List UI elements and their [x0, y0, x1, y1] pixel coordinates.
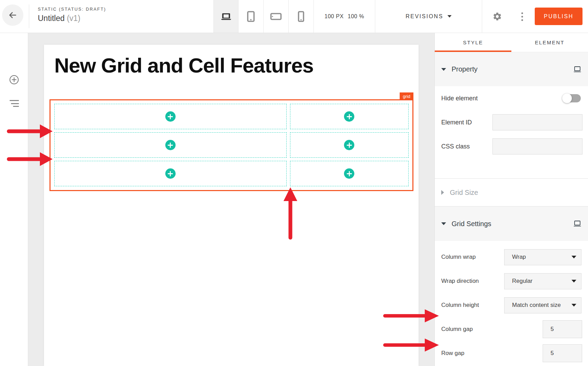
grid-cell[interactable] — [290, 132, 409, 158]
expand-arrow-icon — [441, 190, 444, 195]
grid-element[interactable]: grid — [49, 99, 413, 191]
tab-style[interactable]: STYLE — [435, 33, 511, 52]
column-height-value: Match content size — [512, 302, 561, 309]
hide-element-row: Hide element — [435, 86, 588, 110]
gear-icon — [492, 12, 502, 21]
revisions-label: REVISIONS — [406, 13, 443, 20]
grid-cell[interactable] — [290, 104, 409, 129]
laptop-icon — [220, 11, 232, 22]
toggle-knob — [562, 93, 572, 103]
chevron-down-icon — [572, 280, 576, 282]
editor-left-sidebar — [0, 33, 28, 366]
chevron-down-icon — [572, 304, 576, 307]
wrap-direction-label: Wrap direction — [441, 278, 479, 285]
style-panel: STYLE ELEMENT Property Hide element Elem… — [434, 33, 588, 366]
publish-button[interactable]: PUBLISH — [535, 8, 583, 25]
layers-list-icon — [10, 100, 19, 101]
plus-icon — [168, 171, 173, 176]
back-button[interactable] — [2, 4, 23, 26]
add-content-button[interactable] — [165, 168, 176, 179]
tablet-landscape-icon — [270, 13, 282, 20]
page-title: New Grid and Cell Features — [54, 54, 313, 77]
panel-tabs: STYLE ELEMENT — [435, 33, 588, 52]
plus-icon — [347, 143, 352, 148]
column-gap-input[interactable] — [543, 320, 582, 338]
kebab-dot — [521, 16, 523, 18]
document-status: STATIC (STATUS: DRAFT) — [38, 7, 106, 12]
element-id-label: Element ID — [441, 119, 472, 126]
add-content-button[interactable] — [165, 140, 176, 150]
property-section-header[interactable]: Property — [435, 52, 588, 86]
css-class-row: CSS class — [435, 134, 588, 158]
device-preview-switcher — [213, 0, 314, 33]
chevron-down-icon — [572, 256, 576, 258]
layers-button[interactable] — [10, 100, 19, 107]
column-wrap-label: Column wrap — [441, 254, 476, 260]
css-class-input[interactable] — [492, 138, 583, 155]
add-content-button[interactable] — [344, 111, 354, 122]
grid-cell[interactable] — [54, 104, 287, 129]
property-section-title: Property — [452, 65, 573, 73]
device-tablet-landscape-button[interactable] — [264, 0, 289, 33]
document-meta: STATIC (STATUS: DRAFT) Untitled (v1) — [38, 7, 106, 23]
device-laptop-button[interactable] — [213, 0, 238, 33]
device-scope-laptop-icon[interactable] — [573, 220, 581, 227]
tablet-portrait-icon — [246, 11, 256, 22]
grid-settings-section-title: Grid Settings — [452, 220, 573, 228]
tab-element[interactable]: ELEMENT — [511, 33, 588, 52]
settings-button[interactable] — [489, 11, 505, 22]
device-phone-button[interactable] — [289, 0, 314, 33]
add-content-button[interactable] — [344, 168, 354, 179]
add-element-button[interactable] — [9, 75, 19, 85]
revisions-dropdown[interactable]: REVISIONS — [375, 0, 482, 33]
grid-size-section-title: Grid Size — [450, 189, 478, 197]
viewport-width-value: 100 PX — [324, 13, 343, 20]
plus-icon — [168, 143, 173, 148]
top-toolbar: STATIC (STATUS: DRAFT) Untitled (v1) 100… — [0, 0, 588, 33]
plus-icon — [168, 114, 173, 119]
element-id-row: Element ID — [435, 110, 588, 134]
element-id-input[interactable] — [492, 114, 583, 131]
app-window: STATIC (STATUS: DRAFT) Untitled (v1) 100… — [0, 0, 588, 366]
collapse-arrow-icon — [441, 222, 446, 225]
row-gap-input[interactable] — [543, 344, 582, 362]
document-version: (v1) — [67, 14, 80, 23]
collapse-arrow-icon — [441, 68, 446, 71]
kebab-dot — [521, 19, 523, 21]
hide-element-toggle[interactable] — [563, 94, 581, 102]
wrap-direction-row: Wrap direction Regular — [435, 269, 588, 293]
add-content-button[interactable] — [344, 140, 354, 150]
column-gap-label: Column gap — [441, 326, 473, 333]
column-height-label: Column height — [441, 302, 479, 309]
device-tablet-button[interactable] — [238, 0, 264, 33]
viewport-zoom-value: 100 % — [348, 13, 364, 20]
column-wrap-select[interactable]: Wrap — [504, 249, 581, 265]
device-scope-laptop-icon[interactable] — [573, 66, 581, 73]
add-content-button[interactable] — [165, 111, 176, 122]
more-options-button[interactable] — [517, 9, 527, 24]
column-height-row: Column height Match content size — [435, 293, 588, 317]
css-class-label: CSS class — [441, 143, 470, 150]
grid-cell[interactable] — [54, 161, 287, 186]
editor-canvas: New Grid and Cell Features grid — [28, 33, 434, 366]
arrow-left-icon — [8, 10, 18, 20]
grid-size-section-header[interactable]: Grid Size — [435, 178, 588, 207]
grid-cell[interactable] — [290, 161, 409, 186]
plus-icon — [347, 171, 352, 176]
column-height-select[interactable]: Match content size — [504, 297, 581, 313]
hide-element-label: Hide element — [441, 95, 478, 102]
wrap-direction-value: Regular — [512, 278, 533, 285]
page-preview[interactable]: New Grid and Cell Features grid — [44, 45, 419, 366]
grid-cell[interactable] — [54, 132, 287, 158]
plus-icon — [347, 114, 352, 119]
grid-settings-section-header[interactable]: Grid Settings — [435, 207, 588, 241]
column-wrap-value: Wrap — [512, 254, 526, 260]
document-title-text: Untitled — [38, 14, 65, 23]
chevron-down-icon — [447, 15, 452, 18]
viewport-zoom-readout: 100 PX 100 % — [314, 0, 375, 33]
column-gap-row: Column gap — [435, 317, 588, 341]
phone-icon — [297, 11, 305, 22]
grid-cells — [51, 100, 412, 190]
column-wrap-row: Column wrap Wrap — [435, 245, 588, 269]
wrap-direction-select[interactable]: Regular — [504, 273, 581, 289]
